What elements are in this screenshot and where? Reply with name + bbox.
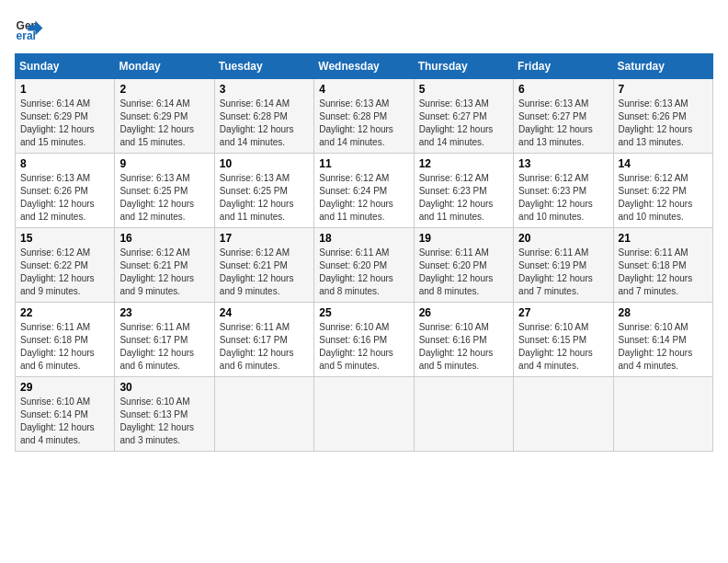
day-header-friday: Friday bbox=[514, 54, 613, 79]
day-header-wednesday: Wednesday bbox=[314, 54, 414, 79]
day-info: Sunrise: 6:13 AMSunset: 6:27 PMDaylight:… bbox=[419, 98, 508, 149]
day-info: Sunrise: 6:10 AMSunset: 6:14 PMDaylight:… bbox=[619, 321, 708, 373]
calendar-cell: 24 Sunrise: 6:11 AMSunset: 6:17 PMDaylig… bbox=[214, 303, 313, 377]
calendar-cell bbox=[214, 377, 313, 452]
calendar-cell: 12 Sunrise: 6:12 AMSunset: 6:23 PMDaylig… bbox=[414, 154, 513, 228]
calendar-cell: 2 Sunrise: 6:14 AMSunset: 6:29 PMDayligh… bbox=[115, 79, 214, 154]
day-info: Sunrise: 6:11 AMSunset: 6:20 PMDaylight:… bbox=[419, 247, 508, 298]
calendar-cell: 11 Sunrise: 6:12 AMSunset: 6:24 PMDaylig… bbox=[314, 154, 414, 228]
day-info: Sunrise: 6:11 AMSunset: 6:18 PMDaylight:… bbox=[619, 247, 708, 298]
day-info: Sunrise: 6:12 AMSunset: 6:22 PMDaylight:… bbox=[20, 247, 109, 298]
day-info: Sunrise: 6:14 AMSunset: 6:29 PMDaylight:… bbox=[20, 98, 109, 149]
day-number: 17 bbox=[220, 232, 309, 245]
day-number: 10 bbox=[220, 157, 309, 170]
calendar-cell: 20 Sunrise: 6:11 AMSunset: 6:19 PMDaylig… bbox=[514, 228, 613, 303]
day-header-monday: Monday bbox=[115, 54, 214, 79]
day-number: 20 bbox=[518, 232, 608, 245]
day-info: Sunrise: 6:13 AMSunset: 6:25 PMDaylight:… bbox=[119, 172, 209, 224]
day-number: 24 bbox=[220, 306, 309, 319]
svg-text:eral: eral bbox=[17, 29, 36, 42]
day-number: 18 bbox=[319, 232, 408, 245]
calendar-cell: 8 Sunrise: 6:13 AMSunset: 6:26 PMDayligh… bbox=[16, 154, 115, 228]
calendar-cell: 18 Sunrise: 6:11 AMSunset: 6:20 PMDaylig… bbox=[314, 228, 414, 303]
day-number: 16 bbox=[119, 232, 209, 245]
calendar-cell: 15 Sunrise: 6:12 AMSunset: 6:22 PMDaylig… bbox=[16, 228, 115, 303]
day-number: 14 bbox=[619, 157, 708, 170]
calendar-cell: 16 Sunrise: 6:12 AMSunset: 6:21 PMDaylig… bbox=[115, 228, 214, 303]
day-number: 25 bbox=[319, 306, 408, 319]
calendar-cell: 3 Sunrise: 6:14 AMSunset: 6:28 PMDayligh… bbox=[214, 79, 313, 154]
calendar-cell: 4 Sunrise: 6:13 AMSunset: 6:28 PMDayligh… bbox=[314, 79, 414, 154]
logo-icon: Gen eral bbox=[15, 15, 44, 44]
day-header-saturday: Saturday bbox=[613, 54, 712, 79]
day-info: Sunrise: 6:12 AMSunset: 6:21 PMDaylight:… bbox=[220, 247, 309, 298]
day-number: 23 bbox=[119, 306, 209, 319]
day-info: Sunrise: 6:13 AMSunset: 6:26 PMDaylight:… bbox=[20, 172, 109, 224]
day-info: Sunrise: 6:10 AMSunset: 6:15 PMDaylight:… bbox=[518, 321, 608, 373]
day-number: 30 bbox=[119, 381, 209, 394]
calendar-cell: 22 Sunrise: 6:11 AMSunset: 6:18 PMDaylig… bbox=[16, 303, 115, 377]
day-info: Sunrise: 6:14 AMSunset: 6:28 PMDaylight:… bbox=[220, 98, 309, 149]
day-info: Sunrise: 6:10 AMSunset: 6:13 PMDaylight:… bbox=[119, 396, 209, 447]
day-number: 5 bbox=[419, 83, 508, 96]
day-number: 26 bbox=[419, 306, 508, 319]
day-number: 15 bbox=[20, 232, 109, 245]
day-info: Sunrise: 6:11 AMSunset: 6:20 PMDaylight:… bbox=[319, 247, 408, 298]
day-number: 29 bbox=[20, 381, 109, 394]
calendar-cell: 30 Sunrise: 6:10 AMSunset: 6:13 PMDaylig… bbox=[115, 377, 214, 452]
calendar-cell: 23 Sunrise: 6:11 AMSunset: 6:17 PMDaylig… bbox=[115, 303, 214, 377]
day-info: Sunrise: 6:10 AMSunset: 6:16 PMDaylight:… bbox=[319, 321, 408, 373]
calendar-cell: 29 Sunrise: 6:10 AMSunset: 6:14 PMDaylig… bbox=[16, 377, 115, 452]
day-number: 3 bbox=[220, 83, 309, 96]
calendar-cell bbox=[613, 377, 712, 452]
day-info: Sunrise: 6:12 AMSunset: 6:23 PMDaylight:… bbox=[419, 172, 508, 224]
day-info: Sunrise: 6:11 AMSunset: 6:17 PMDaylight:… bbox=[220, 321, 309, 373]
day-number: 2 bbox=[119, 83, 209, 96]
day-number: 22 bbox=[20, 306, 109, 319]
calendar-cell: 13 Sunrise: 6:12 AMSunset: 6:23 PMDaylig… bbox=[514, 154, 613, 228]
calendar-cell: 17 Sunrise: 6:12 AMSunset: 6:21 PMDaylig… bbox=[214, 228, 313, 303]
day-header-sunday: Sunday bbox=[16, 54, 115, 79]
calendar-cell: 9 Sunrise: 6:13 AMSunset: 6:25 PMDayligh… bbox=[115, 154, 214, 228]
calendar-cell: 19 Sunrise: 6:11 AMSunset: 6:20 PMDaylig… bbox=[414, 228, 513, 303]
calendar-cell bbox=[414, 377, 513, 452]
calendar-cell: 10 Sunrise: 6:13 AMSunset: 6:25 PMDaylig… bbox=[214, 154, 313, 228]
day-number: 13 bbox=[518, 157, 608, 170]
day-number: 12 bbox=[419, 157, 508, 170]
day-number: 19 bbox=[419, 232, 508, 245]
logo: Gen eral bbox=[15, 15, 48, 44]
day-number: 11 bbox=[319, 157, 408, 170]
day-number: 7 bbox=[619, 83, 708, 96]
calendar-cell: 25 Sunrise: 6:10 AMSunset: 6:16 PMDaylig… bbox=[314, 303, 414, 377]
day-number: 8 bbox=[20, 157, 109, 170]
day-number: 9 bbox=[119, 157, 209, 170]
calendar-table: SundayMondayTuesdayWednesdayThursdayFrid… bbox=[15, 53, 713, 452]
calendar-cell: 6 Sunrise: 6:13 AMSunset: 6:27 PMDayligh… bbox=[514, 79, 613, 154]
day-header-thursday: Thursday bbox=[414, 54, 513, 79]
day-info: Sunrise: 6:11 AMSunset: 6:19 PMDaylight:… bbox=[518, 247, 608, 298]
day-info: Sunrise: 6:12 AMSunset: 6:24 PMDaylight:… bbox=[319, 172, 408, 224]
day-number: 27 bbox=[518, 306, 608, 319]
day-info: Sunrise: 6:13 AMSunset: 6:28 PMDaylight:… bbox=[319, 98, 408, 149]
day-number: 6 bbox=[518, 83, 608, 96]
day-number: 28 bbox=[619, 306, 708, 319]
calendar-cell bbox=[514, 377, 613, 452]
day-header-tuesday: Tuesday bbox=[214, 54, 313, 79]
calendar-cell: 1 Sunrise: 6:14 AMSunset: 6:29 PMDayligh… bbox=[16, 79, 115, 154]
calendar-cell: 21 Sunrise: 6:11 AMSunset: 6:18 PMDaylig… bbox=[613, 228, 712, 303]
calendar-cell: 14 Sunrise: 6:12 AMSunset: 6:22 PMDaylig… bbox=[613, 154, 712, 228]
calendar-cell: 26 Sunrise: 6:10 AMSunset: 6:16 PMDaylig… bbox=[414, 303, 513, 377]
calendar-cell: 5 Sunrise: 6:13 AMSunset: 6:27 PMDayligh… bbox=[414, 79, 513, 154]
day-info: Sunrise: 6:10 AMSunset: 6:16 PMDaylight:… bbox=[419, 321, 508, 373]
calendar-cell: 28 Sunrise: 6:10 AMSunset: 6:14 PMDaylig… bbox=[613, 303, 712, 377]
header: Gen eral bbox=[15, 15, 713, 44]
day-info: Sunrise: 6:14 AMSunset: 6:29 PMDaylight:… bbox=[119, 98, 209, 149]
day-number: 4 bbox=[319, 83, 408, 96]
calendar-cell: 7 Sunrise: 6:13 AMSunset: 6:26 PMDayligh… bbox=[613, 79, 712, 154]
calendar-cell: 27 Sunrise: 6:10 AMSunset: 6:15 PMDaylig… bbox=[514, 303, 613, 377]
day-info: Sunrise: 6:10 AMSunset: 6:14 PMDaylight:… bbox=[20, 396, 109, 447]
day-number: 1 bbox=[20, 83, 109, 96]
day-info: Sunrise: 6:13 AMSunset: 6:25 PMDaylight:… bbox=[220, 172, 309, 224]
day-number: 21 bbox=[619, 232, 708, 245]
day-info: Sunrise: 6:13 AMSunset: 6:26 PMDaylight:… bbox=[619, 98, 708, 149]
